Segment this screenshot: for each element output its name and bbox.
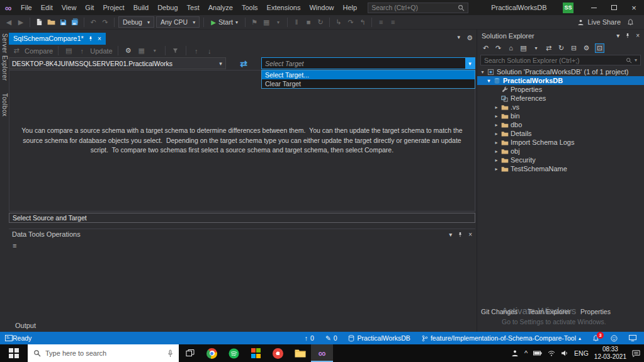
minimize-button[interactable]: [584, 0, 604, 15]
collapsed-arrow-icon[interactable]: ▸: [493, 113, 500, 119]
new-file-icon[interactable]: [34, 16, 44, 28]
solution-configuration-dropdown[interactable]: Debug ▾: [118, 16, 154, 28]
pending-edits-button[interactable]: ✎ 0: [325, 334, 337, 342]
quick-search-box[interactable]: [368, 3, 468, 13]
browser-app-icon[interactable]: [267, 344, 289, 362]
open-file-icon[interactable]: [46, 16, 56, 28]
menu-file[interactable]: File: [16, 0, 37, 15]
chevron-down-icon[interactable]: ▾: [635, 57, 637, 63]
tree-item-details-folder[interactable]: ▸ Details: [477, 129, 644, 138]
screen-share-icon[interactable]: [629, 335, 636, 341]
menu-extensions[interactable]: Extensions: [263, 0, 305, 15]
feedback-icon[interactable]: [611, 335, 618, 342]
show-hidden-icons-chevron[interactable]: ^: [524, 349, 528, 357]
collapse-all-icon[interactable]: ⊟: [570, 44, 578, 52]
pin-icon[interactable]: [458, 232, 463, 237]
close-tab-icon[interactable]: ×: [98, 35, 101, 42]
chevron-down-icon[interactable]: ▾: [216, 58, 225, 69]
language-indicator[interactable]: ENG: [574, 349, 589, 357]
start-button[interactable]: [0, 344, 28, 362]
close-panel-icon[interactable]: ×: [468, 231, 472, 238]
outdent-icon[interactable]: ≡: [388, 16, 398, 28]
tab-sql-schema-compare[interactable]: SqlSchemaCompare1* ×: [9, 33, 106, 45]
dropdown-item-clear-target[interactable]: Clear Target: [262, 79, 475, 88]
quick-search-input[interactable]: [371, 4, 455, 11]
feedback-icon[interactable]: [627, 19, 634, 26]
switch-views-icon[interactable]: ▤: [519, 44, 528, 52]
menu-build[interactable]: Build: [129, 0, 153, 15]
solution-explorer-search-input[interactable]: [484, 57, 623, 64]
taskbar-search-input[interactable]: [45, 349, 163, 357]
file-explorer-icon[interactable]: [289, 344, 311, 362]
save-all-icon[interactable]: [70, 16, 80, 28]
expanded-arrow-icon[interactable]: ▾: [485, 78, 492, 84]
tree-item-properties[interactable]: Properties: [477, 85, 644, 94]
pause-icon[interactable]: ‖: [291, 16, 302, 28]
chevron-down-icon[interactable]: ▾: [465, 58, 475, 69]
window-layout-icon[interactable]: ▦: [261, 16, 271, 28]
collapsed-arrow-icon[interactable]: ▸: [493, 157, 500, 163]
home-icon[interactable]: ⌂: [507, 44, 515, 52]
live-share-button[interactable]: Live Share: [577, 18, 621, 26]
menu-edit[interactable]: Edit: [37, 0, 57, 15]
chrome-icon[interactable]: [201, 344, 223, 362]
menu-help[interactable]: Help: [339, 0, 362, 15]
filter-icon[interactable]: [171, 45, 181, 57]
start-debug-button[interactable]: ▶ Start ▾: [208, 16, 241, 28]
tree-item-bin-folder[interactable]: ▸ bin: [477, 111, 644, 120]
show-all-files-icon[interactable]: ⊡: [595, 43, 604, 53]
refresh-icon[interactable]: ↻: [557, 44, 565, 52]
pin-icon[interactable]: [88, 36, 93, 42]
chevron-down-icon[interactable]: ▾: [273, 16, 283, 28]
menu-analyze[interactable]: Analyze: [204, 0, 237, 15]
next-difference-icon[interactable]: ↓: [205, 45, 215, 57]
taskbar-search-box[interactable]: [28, 344, 179, 362]
tab-toolbox[interactable]: Toolbox: [1, 93, 8, 116]
spotify-icon[interactable]: [223, 344, 245, 362]
dropdown-item-select-target[interactable]: Select Target...: [262, 71, 475, 79]
notifications-button[interactable]: 3: [592, 335, 599, 342]
operations-list-icon[interactable]: ≡: [13, 242, 16, 249]
step-out-icon[interactable]: ↰: [358, 16, 368, 28]
document-list-chevron-icon[interactable]: ▾: [458, 34, 461, 42]
menu-test[interactable]: Test: [183, 0, 204, 15]
update-button[interactable]: Update: [90, 47, 112, 55]
navigate-forward-icon[interactable]: ▶: [16, 16, 26, 28]
collapsed-arrow-icon[interactable]: ▸: [493, 122, 500, 128]
operations-panel-header[interactable]: Data Tools Operations ▾ ×: [9, 229, 475, 240]
menu-git[interactable]: Git: [81, 0, 98, 15]
back-icon[interactable]: ↶: [482, 44, 490, 52]
collapsed-arrow-icon[interactable]: ▸: [493, 149, 500, 154]
forward-icon[interactable]: ↷: [494, 44, 502, 52]
solution-explorer-header[interactable]: Solution Explorer ▾ ×: [477, 30, 644, 42]
tree-item-solution[interactable]: ▾ Solution 'PracticalWorksDB' (1 of 1 pr…: [477, 67, 644, 76]
tree-item-vs-folder[interactable]: ▸ .vs: [477, 103, 644, 111]
tab-server-explorer[interactable]: Server Explorer: [1, 33, 8, 81]
tree-item-references[interactable]: References: [477, 94, 644, 103]
tree-item-testschemaname-folder[interactable]: ▸ TestSchemaName: [477, 164, 644, 173]
sync-with-active-document-icon[interactable]: ⇄: [545, 44, 553, 52]
branch-button[interactable]: feature/Implementation-of-Schema-Compare…: [422, 334, 581, 342]
close-button[interactable]: ×: [624, 0, 644, 15]
switch-source-target-button[interactable]: ⇄: [226, 59, 261, 69]
collapsed-arrow-icon[interactable]: ▸: [493, 105, 500, 110]
menu-window[interactable]: Window: [305, 0, 338, 15]
app-tiles-icon[interactable]: [245, 344, 267, 362]
chevron-down-icon[interactable]: ▾: [616, 32, 619, 39]
people-icon[interactable]: [511, 349, 519, 357]
expanded-arrow-icon[interactable]: ▾: [479, 69, 486, 75]
generate-script-icon[interactable]: ▤: [64, 45, 74, 57]
restart-icon[interactable]: ↻: [315, 16, 325, 28]
compare-options-gear-icon[interactable]: ⚙: [123, 45, 133, 57]
step-into-icon[interactable]: ↳: [334, 16, 344, 28]
volume-icon[interactable]: [561, 350, 568, 356]
tree-item-dbo-folder[interactable]: ▸ dbo: [477, 120, 644, 129]
tab-git-changes[interactable]: Git Changes: [481, 308, 517, 315]
chevron-down-icon[interactable]: ▾: [532, 45, 540, 51]
previous-difference-icon[interactable]: ↑: [191, 45, 201, 57]
properties-gear-icon[interactable]: ⚙: [582, 44, 590, 52]
tree-item-security-folder[interactable]: ▸ Security: [477, 156, 644, 164]
maximize-button[interactable]: [604, 0, 624, 15]
battery-icon[interactable]: [533, 351, 542, 356]
outgoing-commits-button[interactable]: ↑ 0: [305, 334, 314, 342]
